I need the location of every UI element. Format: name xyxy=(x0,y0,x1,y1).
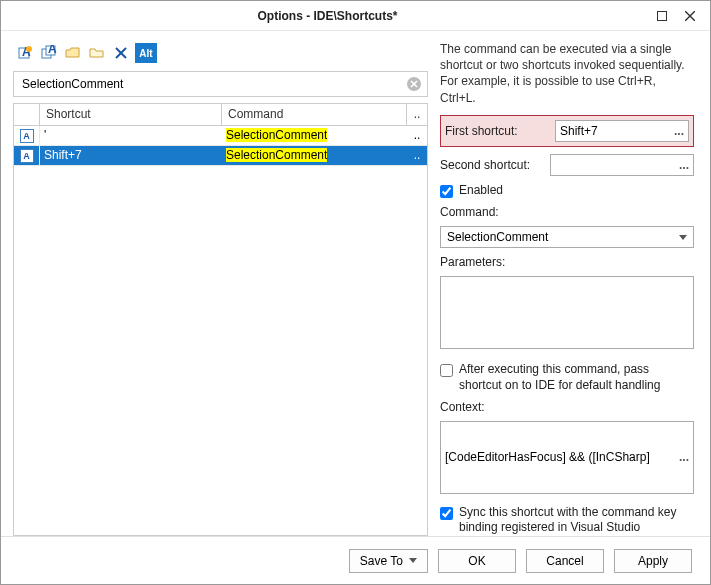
folder-icon[interactable] xyxy=(87,43,107,63)
alt-toggle-button[interactable]: Alt xyxy=(135,43,157,63)
description-text: The command can be executed via a single… xyxy=(440,41,694,106)
first-shortcut-browse-icon[interactable]: ... xyxy=(666,124,684,138)
close-button[interactable] xyxy=(678,4,702,28)
enabled-label: Enabled xyxy=(459,183,694,199)
header-command[interactable]: Command xyxy=(222,104,407,125)
sync-label: Sync this shortcut with the command key … xyxy=(459,505,694,536)
command-combo[interactable]: SelectionComment xyxy=(440,226,694,248)
dialog-footer: Save To OK Cancel Apply xyxy=(1,536,710,584)
header-icon-col[interactable] xyxy=(14,104,40,125)
svg-rect-0 xyxy=(658,11,667,20)
duplicate-shortcut-icon[interactable]: A xyxy=(39,43,59,63)
header-more[interactable]: .. xyxy=(407,104,427,125)
delete-icon[interactable] xyxy=(111,43,131,63)
shortcut-list-panel: A A Alt xyxy=(13,41,428,536)
window-title: Options - IDE\Shortcuts* xyxy=(9,9,646,23)
chevron-down-icon xyxy=(409,558,417,563)
first-shortcut-value: Shift+7 xyxy=(560,124,666,138)
new-shortcut-icon[interactable]: A xyxy=(15,43,35,63)
shortcut-icon: A xyxy=(20,149,34,163)
second-shortcut-browse-icon[interactable]: ... xyxy=(671,158,689,172)
apply-button[interactable]: Apply xyxy=(614,549,692,573)
table-row[interactable]: A ' SelectionComment .. xyxy=(14,126,427,146)
shortcut-icon: A xyxy=(20,129,34,143)
search-box xyxy=(13,71,428,97)
pass-on-row: After executing this command, pass short… xyxy=(440,362,694,393)
row-more-icon[interactable]: .. xyxy=(407,126,427,145)
details-panel: The command can be executed via a single… xyxy=(440,41,698,536)
toolbar: A A Alt xyxy=(13,41,428,65)
enabled-checkbox-row: Enabled xyxy=(440,183,694,199)
cell-shortcut: ' xyxy=(40,126,222,145)
context-input[interactable]: [CodeEditorHasFocus] && ([InCSharp] ... xyxy=(440,421,694,494)
first-shortcut-row: First shortcut: Shift+7 ... xyxy=(440,115,694,147)
enabled-checkbox[interactable] xyxy=(440,185,453,198)
pass-on-label: After executing this command, pass short… xyxy=(459,362,694,393)
search-input[interactable] xyxy=(13,71,428,97)
parameters-input[interactable] xyxy=(440,276,694,349)
folder-open-icon[interactable] xyxy=(63,43,83,63)
cell-command: SelectionComment xyxy=(226,148,327,162)
save-to-label: Save To xyxy=(360,554,403,568)
context-value: [CodeEditorHasFocus] && ([InCSharp] xyxy=(445,450,671,464)
svg-point-5 xyxy=(26,46,32,52)
options-dialog: Options - IDE\Shortcuts* A A xyxy=(0,0,711,585)
header-shortcut[interactable]: Shortcut xyxy=(40,104,222,125)
command-label: Command: xyxy=(440,205,694,219)
row-more-icon[interactable]: .. xyxy=(407,146,427,165)
second-shortcut-row: Second shortcut: ... xyxy=(440,154,694,176)
first-shortcut-label: First shortcut: xyxy=(445,124,547,138)
titlebar: Options - IDE\Shortcuts* xyxy=(1,1,710,31)
sync-row: Sync this shortcut with the command key … xyxy=(440,505,694,536)
cancel-button[interactable]: Cancel xyxy=(526,549,604,573)
sync-checkbox[interactable] xyxy=(440,507,453,520)
command-value: SelectionComment xyxy=(447,230,548,244)
chevron-down-icon xyxy=(679,235,687,240)
second-shortcut-input[interactable]: ... xyxy=(550,154,694,176)
parameters-label: Parameters: xyxy=(440,255,694,269)
maximize-button[interactable] xyxy=(650,4,674,28)
context-label: Context: xyxy=(440,400,694,414)
second-shortcut-label: Second shortcut: xyxy=(440,158,542,172)
table-row[interactable]: A Shift+7 SelectionComment .. xyxy=(14,146,427,166)
ok-button[interactable]: OK xyxy=(438,549,516,573)
context-browse-icon[interactable]: ... xyxy=(671,450,689,464)
svg-text:A: A xyxy=(48,45,57,56)
cell-shortcut: Shift+7 xyxy=(40,146,222,165)
save-to-button[interactable]: Save To xyxy=(349,549,428,573)
pass-on-checkbox[interactable] xyxy=(440,364,453,377)
clear-search-icon[interactable] xyxy=(404,74,424,94)
grid-body[interactable]: A ' SelectionComment .. A Shift+7 Select… xyxy=(14,126,427,535)
cell-command: SelectionComment xyxy=(226,128,327,142)
grid-header: Shortcut Command .. xyxy=(14,104,427,126)
shortcut-grid: Shortcut Command .. A ' SelectionComment… xyxy=(13,103,428,536)
first-shortcut-input[interactable]: Shift+7 ... xyxy=(555,120,689,142)
